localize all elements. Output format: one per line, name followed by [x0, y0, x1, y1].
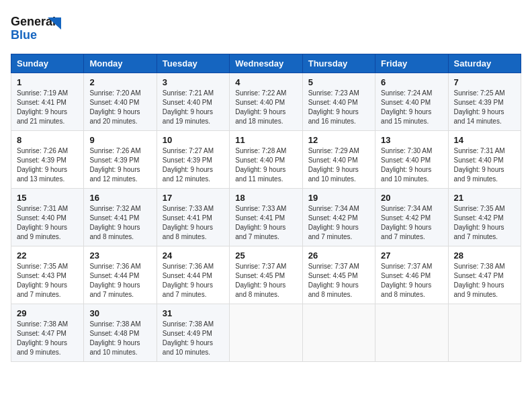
cell-info: Sunrise: 7:22 AM Sunset: 4:40 PM Dayligh…	[235, 89, 296, 126]
day-of-week-header: Sunday	[11, 54, 84, 73]
cell-info: Sunrise: 7:19 AM Sunset: 4:41 PM Dayligh…	[17, 89, 78, 126]
day-number: 25	[235, 250, 296, 261]
day-number: 14	[454, 135, 515, 145]
calendar-week-row: 15Sunrise: 7:31 AM Sunset: 4:40 PM Dayli…	[11, 189, 521, 246]
calendar-cell: 5Sunrise: 7:23 AM Sunset: 4:40 PM Daylig…	[302, 73, 375, 131]
cell-info: Sunrise: 7:34 AM Sunset: 4:42 PM Dayligh…	[381, 204, 442, 242]
calendar-week-row: 1Sunrise: 7:19 AM Sunset: 4:41 PM Daylig…	[11, 73, 521, 131]
cell-info: Sunrise: 7:38 AM Sunset: 4:47 PM Dayligh…	[454, 262, 515, 300]
calendar-cell: 4Sunrise: 7:22 AM Sunset: 4:40 PM Daylig…	[230, 73, 302, 131]
day-number: 30	[89, 308, 150, 318]
day-number: 12	[308, 135, 369, 145]
calendar-cell: 14Sunrise: 7:31 AM Sunset: 4:40 PM Dayli…	[448, 131, 521, 189]
calendar-cell: 21Sunrise: 7:35 AM Sunset: 4:42 PM Dayli…	[448, 189, 521, 246]
calendar-cell: 6Sunrise: 7:24 AM Sunset: 4:40 PM Daylig…	[375, 73, 448, 131]
cell-info: Sunrise: 7:38 AM Sunset: 4:48 PM Dayligh…	[89, 320, 150, 357]
svg-text:General: General	[11, 15, 56, 28]
day-number: 2	[89, 77, 150, 87]
calendar-cell: 1Sunrise: 7:19 AM Sunset: 4:41 PM Daylig…	[11, 73, 84, 131]
calendar-cell: 9Sunrise: 7:26 AM Sunset: 4:39 PM Daylig…	[84, 131, 157, 189]
cell-info: Sunrise: 7:34 AM Sunset: 4:42 PM Dayligh…	[308, 204, 369, 242]
cell-info: Sunrise: 7:26 AM Sunset: 4:39 PM Dayligh…	[89, 146, 150, 184]
calendar-cell: 23Sunrise: 7:36 AM Sunset: 4:44 PM Dayli…	[84, 246, 157, 304]
calendar-cell: 2Sunrise: 7:20 AM Sunset: 4:40 PM Daylig…	[84, 73, 157, 131]
cell-info: Sunrise: 7:24 AM Sunset: 4:40 PM Dayligh…	[381, 89, 442, 126]
cell-info: Sunrise: 7:35 AM Sunset: 4:42 PM Dayligh…	[454, 204, 515, 242]
calendar-cell: 22Sunrise: 7:35 AM Sunset: 4:43 PM Dayli…	[11, 246, 84, 304]
cell-info: Sunrise: 7:20 AM Sunset: 4:40 PM Dayligh…	[89, 89, 150, 126]
calendar-week-row: 29Sunrise: 7:38 AM Sunset: 4:47 PM Dayli…	[11, 304, 521, 362]
calendar-cell: 27Sunrise: 7:37 AM Sunset: 4:46 PM Dayli…	[375, 246, 448, 304]
calendar-table: SundayMondayTuesdayWednesdayThursdayFrid…	[11, 54, 521, 362]
cell-info: Sunrise: 7:31 AM Sunset: 4:40 PM Dayligh…	[454, 146, 515, 184]
day-of-week-header: Tuesday	[157, 54, 229, 73]
day-number: 31	[163, 308, 224, 318]
day-number: 11	[235, 135, 296, 145]
cell-info: Sunrise: 7:32 AM Sunset: 4:41 PM Dayligh…	[89, 204, 150, 242]
day-number: 29	[17, 308, 78, 318]
day-number: 9	[89, 135, 150, 145]
cell-info: Sunrise: 7:38 AM Sunset: 4:47 PM Dayligh…	[17, 320, 78, 357]
day-number: 22	[17, 250, 78, 261]
day-number: 1	[17, 77, 78, 87]
day-number: 5	[308, 77, 369, 87]
cell-info: Sunrise: 7:28 AM Sunset: 4:40 PM Dayligh…	[235, 146, 296, 184]
day-number: 15	[17, 193, 78, 203]
calendar-cell	[230, 304, 302, 362]
calendar-cell: 20Sunrise: 7:34 AM Sunset: 4:42 PM Dayli…	[375, 189, 448, 246]
day-number: 19	[308, 193, 369, 203]
day-number: 20	[381, 193, 442, 203]
cell-info: Sunrise: 7:21 AM Sunset: 4:40 PM Dayligh…	[163, 89, 224, 126]
logo-svg: General Blue	[11, 11, 71, 46]
cell-info: Sunrise: 7:37 AM Sunset: 4:45 PM Dayligh…	[308, 262, 369, 300]
calendar-cell: 10Sunrise: 7:27 AM Sunset: 4:39 PM Dayli…	[157, 131, 229, 189]
calendar-header-row: SundayMondayTuesdayWednesdayThursdayFrid…	[11, 54, 521, 73]
calendar-cell: 8Sunrise: 7:26 AM Sunset: 4:39 PM Daylig…	[11, 131, 84, 189]
cell-info: Sunrise: 7:37 AM Sunset: 4:45 PM Dayligh…	[235, 262, 296, 300]
day-of-week-header: Thursday	[302, 54, 375, 73]
cell-info: Sunrise: 7:36 AM Sunset: 4:44 PM Dayligh…	[89, 262, 150, 300]
logo: General Blue	[11, 11, 71, 46]
calendar-cell: 15Sunrise: 7:31 AM Sunset: 4:40 PM Dayli…	[11, 189, 84, 246]
calendar-cell: 29Sunrise: 7:38 AM Sunset: 4:47 PM Dayli…	[11, 304, 84, 362]
calendar-cell: 30Sunrise: 7:38 AM Sunset: 4:48 PM Dayli…	[84, 304, 157, 362]
cell-info: Sunrise: 7:37 AM Sunset: 4:46 PM Dayligh…	[381, 262, 442, 300]
calendar-cell: 17Sunrise: 7:33 AM Sunset: 4:41 PM Dayli…	[157, 189, 229, 246]
day-number: 21	[454, 193, 515, 203]
cell-info: Sunrise: 7:29 AM Sunset: 4:40 PM Dayligh…	[308, 146, 369, 184]
calendar-cell: 19Sunrise: 7:34 AM Sunset: 4:42 PM Dayli…	[302, 189, 375, 246]
calendar-week-row: 22Sunrise: 7:35 AM Sunset: 4:43 PM Dayli…	[11, 246, 521, 304]
day-number: 13	[381, 135, 442, 145]
calendar-cell: 28Sunrise: 7:38 AM Sunset: 4:47 PM Dayli…	[448, 246, 521, 304]
cell-info: Sunrise: 7:33 AM Sunset: 4:41 PM Dayligh…	[163, 204, 224, 242]
calendar-cell: 25Sunrise: 7:37 AM Sunset: 4:45 PM Dayli…	[230, 246, 302, 304]
calendar-week-row: 8Sunrise: 7:26 AM Sunset: 4:39 PM Daylig…	[11, 131, 521, 189]
day-number: 3	[163, 77, 224, 87]
cell-info: Sunrise: 7:23 AM Sunset: 4:40 PM Dayligh…	[308, 89, 369, 126]
calendar-cell: 24Sunrise: 7:36 AM Sunset: 4:44 PM Dayli…	[157, 246, 229, 304]
calendar-cell: 11Sunrise: 7:28 AM Sunset: 4:40 PM Dayli…	[230, 131, 302, 189]
calendar-cell: 18Sunrise: 7:33 AM Sunset: 4:41 PM Dayli…	[230, 189, 302, 246]
day-number: 8	[17, 135, 78, 145]
day-number: 17	[163, 193, 224, 203]
calendar-cell: 13Sunrise: 7:30 AM Sunset: 4:40 PM Dayli…	[375, 131, 448, 189]
cell-info: Sunrise: 7:31 AM Sunset: 4:40 PM Dayligh…	[17, 204, 78, 242]
calendar-cell: 31Sunrise: 7:38 AM Sunset: 4:49 PM Dayli…	[157, 304, 229, 362]
cell-info: Sunrise: 7:38 AM Sunset: 4:49 PM Dayligh…	[163, 320, 224, 357]
day-number: 10	[163, 135, 224, 145]
calendar-cell: 3Sunrise: 7:21 AM Sunset: 4:40 PM Daylig…	[157, 73, 229, 131]
svg-text:Blue: Blue	[11, 28, 37, 42]
calendar-cell	[302, 304, 375, 362]
day-of-week-header: Monday	[84, 54, 157, 73]
day-of-week-header: Saturday	[448, 54, 521, 73]
calendar-cell: 26Sunrise: 7:37 AM Sunset: 4:45 PM Dayli…	[302, 246, 375, 304]
calendar-cell: 12Sunrise: 7:29 AM Sunset: 4:40 PM Dayli…	[302, 131, 375, 189]
day-number: 23	[89, 250, 150, 261]
day-of-week-header: Wednesday	[230, 54, 302, 73]
day-number: 26	[308, 250, 369, 261]
calendar-cell: 16Sunrise: 7:32 AM Sunset: 4:41 PM Dayli…	[84, 189, 157, 246]
day-number: 16	[89, 193, 150, 203]
calendar-cell	[375, 304, 448, 362]
cell-info: Sunrise: 7:35 AM Sunset: 4:43 PM Dayligh…	[17, 262, 78, 300]
day-number: 4	[235, 77, 296, 87]
